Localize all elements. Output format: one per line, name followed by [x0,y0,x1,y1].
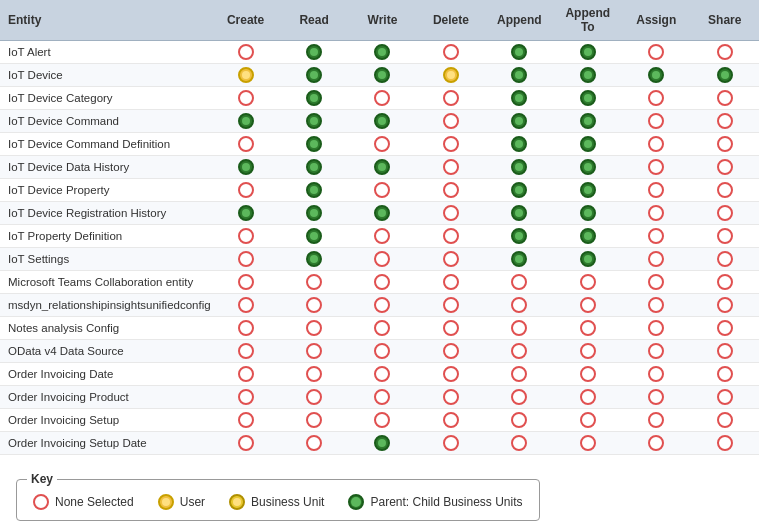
perm-cell[interactable] [622,179,690,202]
perm-cell[interactable] [280,156,348,179]
perm-cell[interactable] [622,64,690,87]
perm-cell[interactable] [348,409,416,432]
perm-cell[interactable] [211,340,279,363]
perm-cell[interactable] [485,340,553,363]
perm-cell[interactable] [554,202,622,225]
perm-cell[interactable] [485,64,553,87]
perm-cell[interactable] [211,110,279,133]
perm-cell[interactable] [348,432,416,455]
perm-cell[interactable] [211,432,279,455]
perm-cell[interactable] [554,363,622,386]
perm-cell[interactable] [211,225,279,248]
perm-cell[interactable] [348,317,416,340]
perm-cell[interactable] [280,225,348,248]
perm-cell[interactable] [554,110,622,133]
perm-cell[interactable] [348,110,416,133]
perm-cell[interactable] [622,432,690,455]
perm-cell[interactable] [485,317,553,340]
perm-cell[interactable] [417,133,485,156]
perm-cell[interactable] [280,202,348,225]
perm-cell[interactable] [348,179,416,202]
perm-cell[interactable] [280,317,348,340]
perm-cell[interactable] [348,133,416,156]
perm-cell[interactable] [554,271,622,294]
perm-cell[interactable] [348,225,416,248]
perm-cell[interactable] [348,156,416,179]
perm-cell[interactable] [417,409,485,432]
perm-cell[interactable] [211,133,279,156]
perm-cell[interactable] [417,432,485,455]
perm-cell[interactable] [211,294,279,317]
perm-cell[interactable] [485,225,553,248]
perm-cell[interactable] [417,271,485,294]
perm-cell[interactable] [622,294,690,317]
perm-cell[interactable] [690,294,759,317]
perm-cell[interactable] [348,202,416,225]
perm-cell[interactable] [280,110,348,133]
perm-cell[interactable] [622,248,690,271]
perm-cell[interactable] [622,386,690,409]
perm-cell[interactable] [485,133,553,156]
perm-cell[interactable] [280,133,348,156]
perm-cell[interactable] [280,271,348,294]
perm-cell[interactable] [622,225,690,248]
perm-cell[interactable] [622,340,690,363]
perm-cell[interactable] [485,110,553,133]
perm-cell[interactable] [690,386,759,409]
perm-cell[interactable] [554,41,622,64]
perm-cell[interactable] [554,64,622,87]
perm-cell[interactable] [417,225,485,248]
perm-cell[interactable] [211,179,279,202]
perm-cell[interactable] [690,110,759,133]
perm-cell[interactable] [485,363,553,386]
perm-cell[interactable] [211,64,279,87]
perm-cell[interactable] [690,41,759,64]
perm-cell[interactable] [485,271,553,294]
perm-cell[interactable] [211,363,279,386]
perm-cell[interactable] [690,432,759,455]
perm-cell[interactable] [211,271,279,294]
perm-cell[interactable] [485,248,553,271]
perm-cell[interactable] [622,110,690,133]
perm-cell[interactable] [622,271,690,294]
perm-cell[interactable] [417,156,485,179]
perm-cell[interactable] [211,386,279,409]
perm-cell[interactable] [280,64,348,87]
perm-cell[interactable] [280,386,348,409]
perm-cell[interactable] [485,294,553,317]
perm-cell[interactable] [554,294,622,317]
perm-cell[interactable] [417,179,485,202]
perm-cell[interactable] [554,179,622,202]
perm-cell[interactable] [211,156,279,179]
perm-cell[interactable] [554,87,622,110]
perm-cell[interactable] [690,317,759,340]
perm-cell[interactable] [417,110,485,133]
perm-cell[interactable] [554,156,622,179]
perm-cell[interactable] [690,179,759,202]
perm-cell[interactable] [690,133,759,156]
perm-cell[interactable] [417,248,485,271]
perm-cell[interactable] [417,41,485,64]
perm-cell[interactable] [622,41,690,64]
perm-cell[interactable] [622,87,690,110]
perm-cell[interactable] [690,271,759,294]
perm-cell[interactable] [485,41,553,64]
perm-cell[interactable] [348,386,416,409]
perm-cell[interactable] [348,41,416,64]
perm-cell[interactable] [280,87,348,110]
perm-cell[interactable] [485,386,553,409]
perm-cell[interactable] [690,225,759,248]
perm-cell[interactable] [622,133,690,156]
perm-cell[interactable] [348,64,416,87]
perm-cell[interactable] [554,340,622,363]
perm-cell[interactable] [280,294,348,317]
perm-cell[interactable] [417,294,485,317]
perm-cell[interactable] [485,87,553,110]
perm-cell[interactable] [554,133,622,156]
perm-cell[interactable] [280,363,348,386]
perm-cell[interactable] [485,179,553,202]
perm-cell[interactable] [690,409,759,432]
perm-cell[interactable] [211,248,279,271]
perm-cell[interactable] [211,409,279,432]
perm-cell[interactable] [417,87,485,110]
